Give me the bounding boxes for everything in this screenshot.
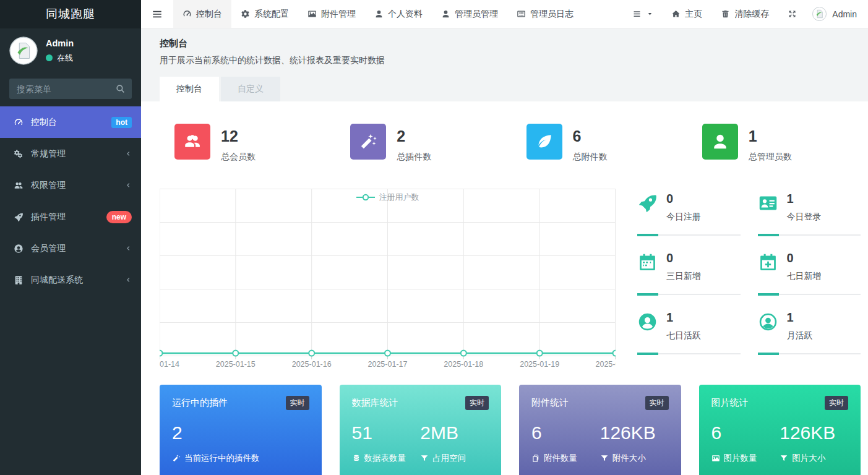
stat-label: 总会员数 — [221, 152, 256, 163]
card-value: 51 — [352, 424, 421, 442]
nav-tab-profile[interactable]: 个人资料 — [365, 0, 432, 28]
card-value: 6 — [711, 424, 780, 442]
mini-stat-today-login: 1 今日登录 — [758, 189, 861, 248]
hamburger-icon — [152, 9, 163, 20]
mini-stat-month-active: 1 月活跃 — [758, 307, 861, 367]
hamburger-menu-button[interactable] — [141, 9, 173, 20]
calendar-plus-icon — [758, 252, 778, 273]
tab-dashboard[interactable]: 控制台 — [160, 77, 219, 101]
svg-text:2025-01-14: 2025-01-14 — [160, 360, 179, 369]
card-title: 附件统计 — [531, 397, 569, 409]
database-icon — [352, 454, 361, 463]
line-chart: 2025-01-142025-01-152025-01-162025-01-17… — [160, 189, 616, 372]
sidebar-item-members[interactable]: 会员管理 — [0, 233, 141, 264]
realtime-badge: 实时 — [825, 396, 848, 410]
caret-down-icon — [647, 11, 653, 17]
sidebar-item-delivery-system[interactable]: 同城配送系统 — [0, 264, 141, 296]
stat-value: 6 — [573, 129, 608, 144]
stat-value: 12 — [221, 129, 256, 144]
registered-users-chart: 注册用户数 2025-01-142025-01-152025-01-162025… — [160, 189, 616, 372]
mini-stat-bar — [758, 353, 861, 354]
realtime-badge: 实时 — [286, 396, 309, 410]
svg-text:2025-01-19: 2025-01-19 — [520, 360, 559, 369]
user-icon — [441, 9, 450, 19]
online-dot-icon — [46, 54, 53, 61]
mini-stat-label: 七日新增 — [787, 271, 822, 282]
nav-clear-cache-button[interactable]: 清除缓存 — [711, 0, 778, 28]
copy-icon — [531, 454, 540, 463]
mini-stat-bar — [637, 294, 741, 295]
card-title: 数据库统计 — [352, 397, 398, 409]
card-image-stats: 图片统计 实时 6 126KB 图片数量 图片大小 — [699, 385, 861, 475]
tab-custom[interactable]: 自定义 — [221, 77, 280, 101]
dashboard-icon — [183, 9, 192, 19]
stat-label: 总管理员数 — [749, 152, 792, 163]
sidebar-search — [9, 79, 132, 99]
image-icon — [307, 9, 317, 19]
user-status-label: 在线 — [57, 53, 73, 64]
top-stats-row: 12 总会员数 2 总插件数 6 总附件数 — [160, 124, 863, 163]
building-icon — [14, 275, 24, 285]
avatar[interactable] — [9, 36, 38, 65]
mini-stat-value: 1 — [666, 311, 701, 323]
avatar — [812, 7, 827, 21]
mini-stat-value: 1 — [787, 311, 813, 323]
nav-tab-admin-manage[interactable]: 管理员管理 — [432, 0, 507, 28]
card-value: 2MB — [420, 424, 489, 442]
nav-tab-label: 控制台 — [196, 9, 222, 20]
nav-home-button[interactable]: 主页 — [662, 0, 711, 28]
stat-total-admins: 1 总管理员数 — [687, 124, 863, 163]
stat-total-attachments: 6 总附件数 — [512, 124, 687, 163]
page-subtitle: 用于展示当前系统中的统计数据、统计报表及重要实时数据 — [160, 55, 849, 66]
page-title: 控制台 — [160, 38, 849, 49]
user-panel: Admin 在线 — [0, 28, 141, 71]
card-attachment-stats: 附件统计 实时 6 126KB 附件数量 附件大小 — [519, 385, 681, 475]
fullscreen-icon — [788, 9, 797, 19]
user-icon — [702, 124, 738, 160]
funnel-icon — [600, 454, 609, 463]
nav-tab-dashboard[interactable]: 控制台 — [173, 0, 231, 28]
nav-tab-label: 管理员日志 — [530, 9, 574, 20]
brand-title: 同城跑腿 — [0, 0, 141, 28]
nav-user-menu[interactable]: Admin — [806, 7, 868, 21]
card-footer-label: 当前运行中的插件数 — [172, 453, 309, 464]
home-icon — [671, 9, 681, 19]
list-alt-icon — [517, 9, 526, 19]
mini-stat-value: 1 — [787, 192, 822, 205]
card-value: 6 — [531, 424, 600, 442]
nav-list-dropdown[interactable] — [623, 0, 662, 28]
svg-text:2025-01-16: 2025-01-16 — [292, 360, 332, 369]
nav-tab-admin-log[interactable]: 管理员日志 — [507, 0, 583, 28]
magic-wand-icon — [350, 124, 386, 160]
content-tabs: 控制台 自定义 — [160, 77, 849, 101]
sidebar-item-permissions[interactable]: 权限管理 — [0, 169, 141, 201]
mini-stat-seven-day-active: 1 七日活跃 — [637, 307, 741, 367]
sidebar-item-plugins[interactable]: 插件管理 new — [0, 201, 141, 233]
gear-icon — [241, 9, 250, 19]
search-icon[interactable] — [115, 83, 126, 94]
sidebar-item-dashboard[interactable]: 控制台 hot — [0, 106, 141, 138]
sidebar-item-general[interactable]: 常规管理 — [0, 138, 141, 169]
card-database-stats: 数据库统计 实时 51 2MB 数据表数量 占用空间 — [340, 385, 502, 475]
list-icon — [632, 9, 642, 19]
mini-stat-seven-day-new: 0 七日新增 — [758, 248, 861, 307]
chevron-left-icon — [125, 150, 132, 157]
card-footer-label: 图片大小 — [780, 453, 848, 464]
card-footer-label: 附件数量 — [531, 453, 600, 464]
chevron-left-icon — [125, 245, 132, 252]
bottom-cards-row: 运行中的插件 实时 2 当前运行中的插件数 数据库统计 实时 — [160, 385, 863, 475]
mini-stat-label: 今日注册 — [666, 212, 701, 223]
sidebar-item-label: 权限管理 — [31, 180, 118, 191]
calendar-icon — [637, 252, 658, 273]
user-icon — [374, 9, 384, 19]
nav-tab-attachments[interactable]: 附件管理 — [298, 0, 365, 28]
svg-text:2025-01-17: 2025-01-17 — [368, 360, 408, 369]
nav-fullscreen-button[interactable] — [778, 0, 806, 28]
nav-tab-system-config[interactable]: 系统配置 — [231, 0, 298, 28]
mini-stat-label: 七日活跃 — [666, 330, 701, 341]
stat-label: 总插件数 — [397, 152, 431, 163]
sidebar-item-label: 同城配送系统 — [31, 275, 118, 286]
realtime-badge: 实时 — [465, 396, 489, 410]
users-icon — [174, 124, 210, 160]
search-input[interactable] — [9, 79, 132, 99]
